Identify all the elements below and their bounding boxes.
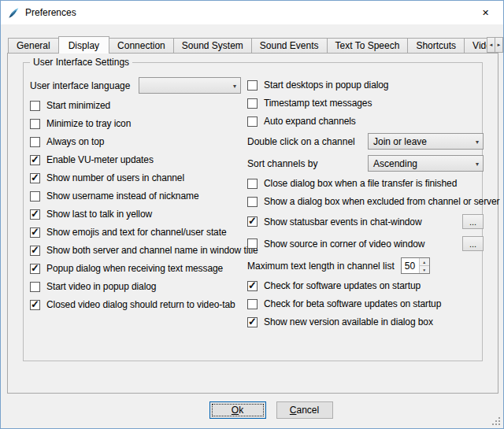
checkbox-show-new-version[interactable]: ✓ [247, 317, 258, 327]
checkbox-show-username[interactable]: ✓ [30, 191, 40, 202]
row-always-on-top: ✓ Always on top [30, 135, 241, 148]
checkbox-label: Closed video dialog should return to vid… [46, 299, 235, 310]
double-click-dropdown[interactable]: Join or leave ▾ [368, 133, 484, 150]
double-click-row: Double click on a channel Join or leave … [247, 133, 484, 150]
sort-channels-dropdown[interactable]: Ascending ▾ [368, 155, 484, 172]
statusbar-events-more-button[interactable]: ... [462, 214, 484, 229]
resize-grip[interactable] [491, 416, 501, 426]
max-text-length-spinner[interactable]: 50 ▲ ▼ [401, 257, 430, 274]
checkbox-label: Popup dialog when receiving text message [46, 263, 223, 274]
checkbox-label: Start video in popup dialog [46, 281, 156, 292]
ok-button[interactable]: Ok [209, 401, 266, 419]
tab-text-to-speech[interactable]: Text To Speech [327, 38, 409, 54]
checkbox-label: Check for beta software updates on start… [264, 298, 441, 309]
tab-connection[interactable]: Connection [109, 38, 174, 54]
tab-sound-system[interactable]: Sound System [173, 38, 252, 54]
tab-video[interactable]: Video [464, 38, 487, 54]
checkbox-label: Close dialog box when a file transfer is… [264, 178, 457, 189]
row-show-new-version: ✓ Show new version available in dialog b… [247, 316, 484, 328]
checkbox-label: Show statusbar events in chat-window [264, 216, 422, 227]
checkbox-label: Show a dialog box when excluded from cha… [264, 196, 499, 207]
tab-shortcuts[interactable]: Shortcuts [407, 38, 465, 54]
ok-rest: k [239, 405, 243, 416]
checkbox-start-desktops-popup[interactable]: ✓ [247, 80, 258, 91]
checkbox-check-beta-updates[interactable]: ✓ [247, 299, 258, 309]
check-mark-icon: ✓ [248, 316, 257, 327]
arrow-up-icon: ▲ [422, 260, 426, 264]
checkbox-show-last-to-talk[interactable]: ✓ [30, 209, 40, 220]
checkbox-start-video-popup[interactable]: ✓ [30, 282, 40, 292]
arrow-down-icon: ▼ [422, 268, 426, 272]
checkbox-video-source-corner[interactable]: ✓ [247, 239, 258, 249]
row-check-software-updates: ✓ Check for software updates on startup [247, 279, 484, 292]
checkbox-timestamp-text-messages[interactable]: ✓ [247, 98, 258, 109]
checkbox-start-minimized[interactable]: ✓ [30, 101, 40, 111]
checkbox-closed-video-return[interactable]: ✓ [30, 300, 40, 310]
tab-sound-events[interactable]: Sound Events [251, 38, 328, 54]
preferences-dialog: Preferences ✕ General Display Connection… [0, 0, 504, 429]
row-timestamp-text-messages: ✓ Timestamp text messages [247, 97, 484, 109]
check-mark-icon: ✓ [31, 263, 39, 273]
spin-down-button[interactable]: ▼ [420, 265, 429, 273]
checkbox-auto-expand-channels[interactable]: ✓ [247, 116, 258, 127]
check-mark-icon: ✓ [31, 245, 39, 255]
row-show-number-of-users: ✓ Show number of users in channel [30, 172, 241, 184]
checkbox-minimize-to-tray[interactable]: ✓ [30, 119, 40, 129]
spin-up-button[interactable]: ▲ [420, 258, 429, 265]
sort-channels-row: Sort channels by Ascending ▾ [247, 155, 484, 172]
cancel-button[interactable]: Cancel [276, 401, 333, 419]
cancel-button-label: Cancel [290, 405, 319, 416]
double-click-label: Double click on a channel [247, 136, 355, 147]
window-title: Preferences [25, 7, 468, 18]
row-start-desktops-popup: ✓ Start desktops in popup dialog [247, 79, 484, 91]
checkbox-show-server-and-channel-name[interactable]: ✓ [30, 246, 40, 256]
chevron-down-icon: ▾ [476, 139, 479, 146]
spinner-buttons: ▲ ▼ [419, 258, 429, 273]
tab-scroll-right-button[interactable]: ► [495, 37, 503, 53]
checkbox-close-dialog-file-transfer[interactable]: ✓ [247, 179, 258, 189]
tab-display[interactable]: Display [58, 36, 109, 54]
max-text-length-label: Maximum text length in channel list [247, 261, 395, 272]
check-mark-icon: ✓ [248, 216, 257, 226]
double-click-value: Join or leave [373, 136, 427, 147]
row-enable-vu-meter: ✓ Enable VU-meter updates [30, 153, 241, 166]
language-dropdown[interactable]: ▾ [139, 77, 241, 94]
row-popup-dialog-text-message: ✓ Popup dialog when receiving text messa… [30, 262, 241, 275]
checkbox-label: Show source in corner of video window [264, 239, 424, 250]
checkbox-show-dialog-when-excluded[interactable]: ✓ [247, 197, 258, 207]
checkbox-show-emojis[interactable]: ✓ [30, 227, 40, 238]
checkbox-label: Show username instead of nickname [46, 190, 198, 202]
arrow-right-icon: ► [497, 43, 502, 47]
row-show-emojis: ✓ Show emojis and text for channel/user … [30, 226, 241, 239]
checkbox-show-number-of-users[interactable]: ✓ [30, 173, 40, 183]
app-icon [7, 6, 20, 20]
tab-scroll-buttons: ◄ ► [487, 37, 503, 53]
checkbox-label: Check for software updates on startup [264, 280, 421, 291]
close-button[interactable]: ✕ [468, 2, 503, 24]
checkbox-always-on-top[interactable]: ✓ [30, 137, 40, 147]
left-column: User interface language ▾ ✓ Start minimi… [30, 77, 241, 311]
right-column: ✓ Start desktops in popup dialog ✓ Times… [247, 79, 484, 328]
checkbox-label: Show new version available in dialog box [264, 316, 433, 327]
chevron-down-icon: ▾ [476, 161, 479, 168]
user-interface-settings-group: User Interface Settings User interface l… [23, 62, 483, 361]
display-tab-page: User Interface Settings User interface l… [7, 53, 498, 394]
row-show-last-to-talk: ✓ Show last to talk in yellow [30, 208, 241, 220]
row-video-source-corner: ✓ Show source in corner of video window … [247, 235, 484, 252]
checkbox-statusbar-events[interactable]: ✓ [247, 216, 258, 227]
video-source-more-button[interactable]: ... [462, 236, 484, 251]
language-row: User interface language ▾ [30, 77, 241, 94]
checkbox-check-software-updates[interactable]: ✓ [247, 281, 258, 291]
chevron-down-icon: ▾ [233, 83, 236, 90]
ok-mnemonic: O [232, 405, 239, 416]
checkbox-enable-vu-meter[interactable]: ✓ [30, 155, 40, 165]
row-start-video-popup: ✓ Start video in popup dialog [30, 280, 241, 293]
row-check-beta-updates: ✓ Check for beta software updates on sta… [247, 298, 484, 310]
row-closed-video-return: ✓ Closed video dialog should return to v… [30, 298, 241, 311]
cancel-rest: ancel [296, 405, 319, 416]
checkbox-popup-dialog-text-message[interactable]: ✓ [30, 264, 40, 274]
tab-general[interactable]: General [8, 38, 59, 54]
row-close-dialog-file-transfer: ✓ Close dialog box when a file transfer … [247, 177, 484, 190]
titlebar[interactable]: Preferences ✕ [1, 1, 503, 24]
row-auto-expand-channels: ✓ Auto expand channels [247, 115, 484, 128]
